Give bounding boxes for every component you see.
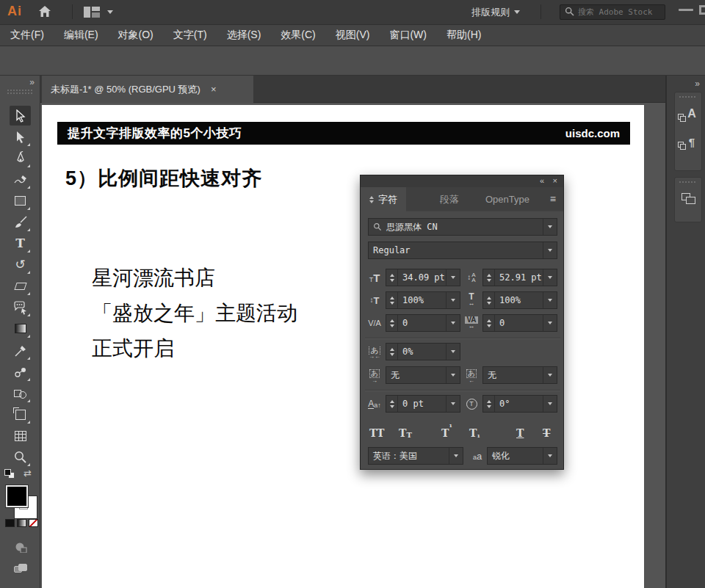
character-rotation-stepper[interactable] — [483, 396, 495, 412]
leading-chevron-icon[interactable] — [543, 269, 557, 286]
none-button[interactable] — [29, 519, 38, 527]
blend-tool[interactable] — [10, 362, 31, 382]
tracking-chevron-icon[interactable] — [543, 315, 557, 331]
gradient-button[interactable] — [17, 519, 26, 527]
leading-stepper[interactable] — [483, 269, 495, 286]
paintbrush-tool[interactable] — [10, 212, 31, 232]
tab-opentype[interactable]: OpenType — [477, 187, 538, 211]
panel-group-grip[interactable] — [679, 96, 697, 98]
menu-help[interactable]: 帮助(H) — [446, 29, 481, 42]
superscript-button[interactable]: T¹ — [441, 423, 452, 439]
language-chevron-icon[interactable] — [449, 448, 463, 464]
tab-character[interactable]: 字符 — [361, 187, 406, 211]
insert-space-left-chevron-icon[interactable] — [446, 367, 460, 383]
baseline-shift-field[interactable]: 0 pt — [386, 395, 460, 413]
horizontal-scale-field[interactable]: 100% — [482, 291, 557, 309]
kerning-chevron-icon[interactable] — [446, 315, 460, 331]
menu-window[interactable]: 窗口(W) — [389, 29, 427, 42]
font-size-chevron-icon[interactable] — [446, 269, 460, 286]
home-icon[interactable] — [38, 5, 51, 20]
type-tool[interactable]: T — [10, 233, 31, 253]
font-family-chevron-icon[interactable] — [543, 219, 557, 235]
font-size-field[interactable]: 34.09 pt — [386, 269, 460, 286]
selection-tool[interactable] — [10, 106, 31, 126]
panel-group-grip[interactable] — [679, 181, 697, 183]
layout-rules-menu[interactable]: 排版规则 — [471, 6, 510, 19]
perspective-grid-tool[interactable] — [10, 426, 31, 446]
direct-selection-tool[interactable] — [10, 127, 31, 147]
insert-space-right-chevron-icon[interactable] — [543, 367, 557, 383]
comment-tool[interactable] — [10, 297, 31, 317]
font-style-dropdown[interactable]: Regular — [368, 242, 557, 259]
artboard-tool[interactable] — [10, 404, 31, 424]
character-panel-header[interactable]: « × — [361, 175, 563, 187]
leading-field[interactable]: 52.91 pt — [482, 269, 557, 286]
tools-panel-grip[interactable] — [7, 90, 32, 91]
panel-collapse-icon[interactable]: « — [540, 176, 544, 185]
menu-object[interactable]: 对象(O) — [118, 29, 153, 42]
vertical-scale-chevron-icon[interactable] — [446, 292, 460, 308]
dock-expand-icon[interactable]: » — [695, 79, 699, 89]
color-button[interactable] — [5, 519, 15, 527]
tracking-stepper[interactable] — [483, 315, 495, 331]
zoom-tool[interactable] — [10, 447, 31, 467]
all-caps-button[interactable]: TT — [369, 423, 384, 439]
fill-indicator-swatch[interactable] — [6, 485, 28, 507]
insert-space-right-dropdown[interactable]: 无 — [482, 366, 557, 384]
artwork-banner[interactable]: 提升文字排版效率的5个小技巧 uisdc.com — [57, 122, 630, 145]
menu-type[interactable]: 文字(T) — [173, 29, 207, 42]
gradient-tool[interactable] — [10, 319, 31, 338]
screen-mode-icon[interactable] — [10, 559, 31, 578]
proportional-spacing-stepper[interactable] — [386, 344, 398, 360]
default-fill-stroke-icon[interactable] — [4, 469, 16, 479]
arrange-documents-icon[interactable] — [84, 7, 100, 18]
baseline-shift-stepper[interactable] — [386, 396, 398, 412]
font-size-stepper[interactable] — [386, 269, 398, 286]
eraser-tool[interactable] — [10, 276, 31, 296]
anti-alias-chevron-icon[interactable] — [543, 448, 557, 464]
character-rotation-field[interactable]: 0° — [482, 395, 557, 413]
menu-edit[interactable]: 编辑(E) — [64, 29, 98, 42]
eyedropper-tool[interactable] — [10, 341, 31, 360]
tab-paragraph[interactable]: 段落 — [431, 187, 468, 211]
horizontal-scale-chevron-icon[interactable] — [543, 292, 557, 308]
menu-select[interactable]: 选择(S) — [227, 29, 261, 42]
menu-view[interactable]: 视图(V) — [336, 29, 370, 42]
kerning-stepper[interactable] — [386, 315, 398, 331]
font-style-chevron-icon[interactable] — [543, 242, 557, 258]
subscript-button[interactable]: T₁ — [469, 423, 480, 439]
tools-panel-expand-icon[interactable]: » — [29, 77, 34, 87]
paragraph-styles-panel-icon[interactable]: ¶ — [675, 128, 703, 156]
document-tab-close-icon[interactable]: × — [211, 84, 217, 95]
character-styles-panel-icon[interactable]: A — [675, 100, 703, 128]
artwork-heading-text[interactable]: 5）比例间距快速对齐 — [65, 165, 262, 192]
proportional-spacing-chevron-icon[interactable] — [446, 344, 460, 360]
character-rotation-chevron-icon[interactable] — [543, 396, 557, 412]
horizontal-scale-stepper[interactable] — [483, 292, 495, 308]
font-family-dropdown[interactable]: 思源黑体 CN — [368, 218, 557, 236]
layout-rules-chevron-icon[interactable] — [514, 10, 520, 14]
baseline-shift-chevron-icon[interactable] — [446, 396, 460, 412]
minimize-button[interactable] — [679, 9, 693, 11]
document-tab[interactable]: 未标题-1* @ 50% (RGB/GPU 预览) × — [42, 76, 253, 103]
drawing-modes-icon[interactable] — [10, 537, 31, 556]
vertical-scale-field[interactable]: 100% — [386, 291, 460, 309]
panel-close-icon[interactable]: × — [553, 176, 557, 185]
arrange-documents-chevron-icon[interactable] — [107, 10, 113, 14]
tools-panel-grip[interactable] — [7, 92, 32, 94]
menu-effect[interactable]: 效果(C) — [281, 29, 315, 42]
underline-button[interactable]: T — [516, 423, 524, 439]
language-dropdown[interactable]: 英语：美国 — [368, 447, 463, 465]
rectangle-tool[interactable] — [10, 191, 31, 211]
shape-builder-tool[interactable] — [10, 383, 31, 403]
pen-tool[interactable] — [10, 148, 31, 168]
stock-search-box[interactable] — [560, 4, 665, 20]
small-caps-button[interactable]: TT — [399, 423, 412, 439]
search-input[interactable] — [578, 7, 659, 17]
kerning-field[interactable]: 0 — [386, 314, 460, 332]
artboards-panel-icon[interactable] — [675, 185, 703, 213]
menu-file[interactable]: 文件(F) — [10, 29, 44, 42]
tracking-field[interactable]: 0 — [482, 314, 557, 332]
swap-fill-stroke-icon[interactable]: ⇄ — [24, 468, 32, 479]
vertical-scale-stepper[interactable] — [386, 292, 398, 308]
